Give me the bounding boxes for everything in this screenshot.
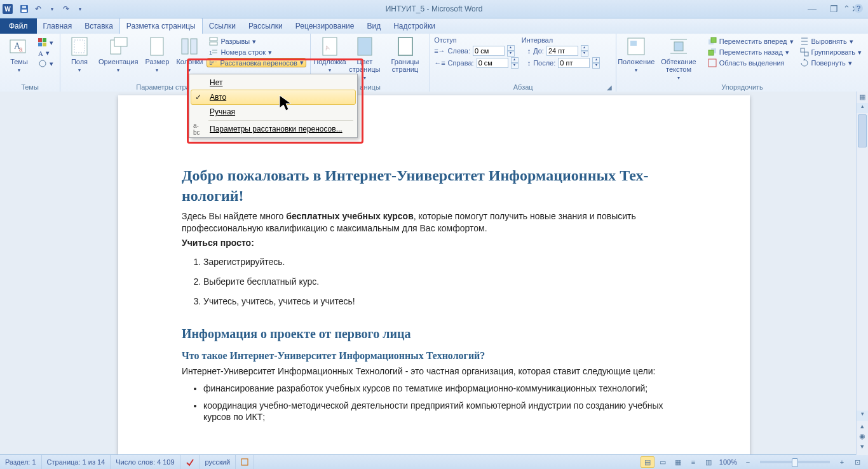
scroll-up-arrow[interactable]: ▴	[857, 103, 868, 113]
margins-button[interactable]: Поля▾	[64, 35, 95, 76]
zoom-level[interactable]: 100%	[719, 458, 737, 466]
svg-rect-41	[804, 52, 808, 56]
ribbon-minimize-icon[interactable]: ⌃	[843, 4, 850, 13]
doc-paragraph-intro: Здесь Вы найдете много бесплатных учебны…	[182, 210, 686, 234]
hyph-options[interactable]: a-bcПараметры расстановки переносов...	[191, 122, 356, 136]
list-item: Выберите бесплатный курс.	[203, 276, 686, 288]
scroll-thumb[interactable]	[858, 114, 867, 147]
tab-page-layout[interactable]: Разметка страницы	[119, 18, 203, 34]
status-proofing[interactable]	[180, 455, 200, 469]
doc-paragraph-about: Интернет-Университет Информационных Техн…	[182, 365, 686, 377]
space-before-down[interactable]: ▾	[581, 51, 588, 57]
hyphenation-button[interactable]: bᶜ⁻Расстановка переносов ▾	[207, 58, 306, 67]
zoom-slider-knob[interactable]	[792, 458, 798, 467]
position-button[interactable]: Положение▾	[620, 35, 652, 76]
status-page[interactable]: Страница: 1 из 14	[42, 455, 111, 469]
space-before-up[interactable]: ▴	[581, 45, 588, 51]
svg-rect-40	[801, 48, 804, 52]
hyph-none[interactable]: Нет	[191, 76, 356, 90]
status-macro[interactable]	[236, 455, 254, 469]
undo-dropdown-icon[interactable]: ▾	[46, 3, 58, 15]
theme-fonts-button[interactable]: A▾	[36, 48, 56, 58]
vertical-scrollbar[interactable]: ▦ ▴ ▾ ▴ ◉ ▾	[856, 92, 868, 455]
browse-object-icon[interactable]: ◉	[858, 432, 867, 441]
tab-addins[interactable]: Надстройки	[387, 18, 442, 34]
group-arrange-label: Упорядочить	[620, 83, 864, 92]
svg-rect-16	[182, 39, 188, 54]
line-numbers-button[interactable]: 1Номера строк ▾	[207, 47, 306, 57]
svg-rect-1	[22, 10, 27, 12]
group-page-setup-label: Параметры стра	[136, 83, 189, 91]
save-icon[interactable]	[18, 3, 31, 15]
doc-paragraph-easy: Учиться просто:	[182, 237, 686, 249]
align-button[interactable]: Выровнять ▾	[797, 36, 865, 46]
restore-button[interactable]: ❐	[826, 3, 841, 15]
breaks-button[interactable]: Разрывы ▾	[207, 36, 306, 46]
group-button[interactable]: Группировать ▾	[797, 47, 865, 57]
themes-button[interactable]: Aa Темы▾	[4, 35, 34, 76]
hyph-manual[interactable]: Ручная	[191, 105, 356, 119]
qat-customize-icon[interactable]: ▾	[74, 3, 86, 15]
theme-colors-button[interactable]: ▾	[36, 37, 56, 48]
position-icon	[626, 36, 646, 57]
scroll-down-arrow[interactable]: ▾	[857, 411, 868, 421]
page-borders-button[interactable]: Границы страниц	[384, 35, 426, 74]
selection-pane-button[interactable]: Область выделения	[705, 58, 796, 68]
doc-heading-3: Что такое Интернет-Университет Информаци…	[182, 349, 686, 363]
send-backward-button[interactable]: Переместить назад ▾	[705, 47, 796, 57]
svg-rect-36	[709, 59, 716, 67]
tab-home[interactable]: Главная	[37, 18, 79, 34]
zoom-in-button[interactable]: +	[835, 456, 849, 468]
theme-effects-button[interactable]: ▾	[36, 58, 56, 69]
view-print-layout-icon[interactable]: ▤	[641, 456, 654, 468]
rotate-button[interactable]: Повернуть ▾	[797, 58, 865, 68]
view-outline-icon[interactable]: ≡	[686, 456, 700, 468]
tab-view[interactable]: Вид	[360, 18, 387, 34]
tab-references[interactable]: Ссылки	[203, 18, 242, 34]
list-item: Зарегистрируйтесь.	[203, 256, 686, 268]
space-after-up[interactable]: ▴	[592, 57, 600, 63]
indent-left-input[interactable]	[473, 46, 505, 56]
space-before-input[interactable]	[546, 46, 578, 56]
ruler-toggle-icon[interactable]: ▦	[858, 93, 867, 102]
svg-rect-9	[43, 43, 46, 46]
space-after-down[interactable]: ▾	[592, 63, 600, 69]
indent-right-up[interactable]: ▴	[511, 57, 519, 63]
indent-right-down[interactable]: ▾	[511, 63, 519, 69]
view-web-layout-icon[interactable]: ▦	[671, 456, 685, 468]
columns-button[interactable]: Колонки▾	[173, 35, 205, 76]
help-icon[interactable]: ?	[854, 4, 863, 13]
view-full-screen-icon[interactable]: ▭	[656, 456, 670, 468]
svg-rect-7	[43, 38, 46, 42]
orientation-icon	[108, 36, 128, 57]
tab-insert[interactable]: Вставка	[78, 18, 119, 34]
minimize-button[interactable]: —	[804, 3, 820, 15]
prev-page-icon[interactable]: ▴	[858, 422, 867, 431]
tab-review[interactable]: Рецензирование	[289, 18, 361, 34]
status-word-count[interactable]: Число слов: 4 109	[111, 455, 180, 469]
indent-left-up[interactable]: ▴	[507, 45, 515, 51]
undo-icon[interactable]: ↶	[32, 3, 44, 15]
status-section[interactable]: Раздел: 1	[0, 455, 42, 469]
indent-left-down[interactable]: ▾	[507, 51, 515, 57]
size-button[interactable]: Размер▾	[142, 35, 172, 76]
view-draft-icon[interactable]: ▥	[702, 456, 715, 468]
indent-right-input[interactable]	[477, 58, 508, 68]
orientation-button[interactable]: Ориентация▾	[96, 35, 140, 76]
page-color-icon	[355, 36, 375, 57]
redo-icon[interactable]: ↷	[60, 3, 72, 15]
wrap-text-button[interactable]: Обтекание текстом▾	[653, 35, 703, 83]
space-after-input[interactable]	[558, 58, 590, 68]
paragraph-dialog-launcher[interactable]: ◢	[607, 84, 612, 91]
next-page-icon[interactable]: ▾	[858, 442, 867, 451]
zoom-dialog-button[interactable]: ⊡	[850, 456, 864, 468]
tab-file[interactable]: Файл	[0, 18, 37, 34]
bring-forward-button[interactable]: Переместить вперед ▾	[705, 36, 796, 46]
zoom-out-button[interactable]: −	[741, 456, 755, 468]
watermark-button[interactable]: AПодложка▾	[315, 35, 345, 76]
tab-mailings[interactable]: Рассылки	[242, 18, 289, 34]
hyph-auto[interactable]: ✓Авто	[191, 90, 356, 105]
document-area[interactable]: Добро пожаловать в Интернет-Университет …	[0, 92, 868, 455]
status-language[interactable]: русский	[200, 455, 236, 469]
zoom-slider[interactable]	[760, 461, 830, 463]
